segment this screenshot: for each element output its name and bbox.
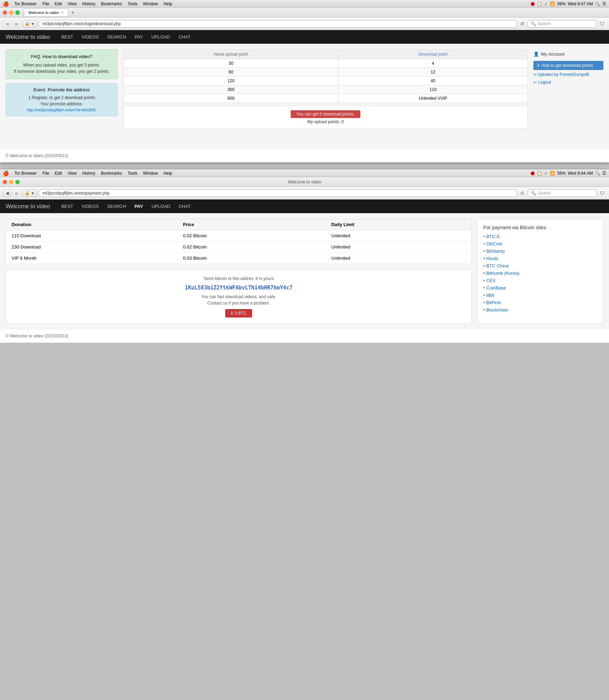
maximize-button2[interactable] <box>15 180 20 184</box>
site-nav1: Welcome to video BEST VIDEOS SEARCH PAY … <box>0 30 609 44</box>
nav2-pay[interactable]: PAY <box>130 202 147 210</box>
nav-search[interactable]: SEARCH <box>103 33 130 41</box>
event-title: Event. Promote the address <box>9 87 114 92</box>
nav-pay[interactable]: PAY <box>130 33 147 41</box>
back-button2[interactable]: ◀ <box>3 189 11 197</box>
uploaded-by-link[interactable]: ≡ Uploded by ForrestGump48 <box>533 72 603 77</box>
menu2-edit[interactable]: Edit <box>52 171 65 176</box>
check-icon2: ✓ <box>544 171 548 176</box>
lock-icon2: 🔒 <box>25 191 30 195</box>
menu-history[interactable]: History <box>79 1 98 6</box>
nav-chat[interactable]: CHAT <box>174 33 195 41</box>
search-bar[interactable]: 🔍 Search <box>527 20 597 28</box>
nav-videos[interactable]: VIDEOS <box>77 33 103 41</box>
menu2-window[interactable]: Window <box>140 171 161 176</box>
menu-file[interactable]: File <box>40 1 52 6</box>
price-cell: 0.02 Bitcoin <box>178 230 326 241</box>
apple-menu[interactable]: 🍎 <box>3 1 9 7</box>
lock-icon: 🔒 <box>25 21 30 26</box>
forward-button[interactable]: ▶ <box>13 20 21 28</box>
active-tab[interactable]: Welcome to video ✕ <box>24 8 68 17</box>
payment-site-link[interactable]: BitStamp <box>486 248 505 254</box>
payment-site-link[interactable]: BitFinix <box>486 300 501 305</box>
tab-close-button[interactable]: ✕ <box>61 10 64 14</box>
list-icon[interactable]: ☰ <box>602 1 606 6</box>
payment-site-link[interactable]: OKCoin <box>486 241 503 246</box>
nav2-search[interactable]: SEARCH <box>103 202 130 210</box>
nav2-chat[interactable]: CHAT <box>174 202 195 210</box>
nav-upload[interactable]: UPLOAD <box>147 33 174 41</box>
nav2-best[interactable]: BEST <box>57 202 77 210</box>
menu2-tools[interactable]: Tools <box>125 171 140 176</box>
event-box: Event. Promote the address 1 Register, t… <box>6 83 118 116</box>
payment-site-link[interactable]: BTC China <box>486 263 509 268</box>
url-bar[interactable]: mt3pirzdiyqf6jim.onion/togetdownload.php <box>39 20 517 28</box>
tor-vpn-icon2[interactable]: 🛡 <box>598 190 606 196</box>
nav2-videos[interactable]: VIDEOS <box>77 202 103 210</box>
event-link[interactable]: http://mt3pirzdiyqf6jim.onion?id=A01B9C <box>27 108 96 112</box>
close-button2[interactable] <box>3 180 7 184</box>
minimize-button[interactable] <box>9 10 13 15</box>
center-col1: Need upload point Download point 3046012… <box>123 49 528 143</box>
menu-bookmarks[interactable]: Bookmarks <box>98 1 125 6</box>
bullet-icon: • <box>483 300 485 305</box>
window2-title: Welcome to video <box>288 180 321 184</box>
payment-site-link[interactable]: Blockchain <box>486 307 508 313</box>
reload-button2[interactable]: ↺ <box>519 190 526 196</box>
url-bar2[interactable]: mt3pirzdiyqf6jim.onion/payment.php <box>39 189 517 197</box>
menu-view[interactable]: View <box>65 1 79 6</box>
menu-tools[interactable]: Tools <box>125 1 140 6</box>
tor-vpn-icon[interactable]: 🛡 <box>598 21 606 27</box>
need-cell: 120 <box>124 77 339 85</box>
footer1: © Welcome to video (2015/03/13) <box>0 149 609 162</box>
bullet-icon: • <box>483 285 485 290</box>
payment-site-item: •CoinBase <box>483 285 597 290</box>
payment-site-link[interactable]: BTC-E <box>486 234 500 239</box>
menu2-file[interactable]: File <box>40 171 52 176</box>
menu-edit[interactable]: Edit <box>52 1 65 6</box>
menu-window[interactable]: Window <box>140 1 161 6</box>
reload-button[interactable]: ↺ <box>519 21 526 27</box>
search-menu-icon[interactable]: 🔍 <box>595 1 600 6</box>
logout-link[interactable]: ↩ Logout <box>533 80 603 85</box>
close-button[interactable] <box>3 10 7 15</box>
search-menu-icon2[interactable]: 🔍 <box>595 171 600 176</box>
my-account-item[interactable]: 👤 My Account <box>533 49 603 59</box>
new-tab-button[interactable]: + <box>68 9 77 16</box>
payment-col-price: Price <box>178 219 326 230</box>
table-row: 12040 <box>124 77 528 85</box>
minimize-button2[interactable] <box>9 180 13 184</box>
payment-sites-title: For payment via Bitcoin sites: <box>483 225 597 230</box>
menu2-history[interactable]: History <box>79 171 98 176</box>
btc-button[interactable]: ₿ 0 BTC <box>225 309 252 317</box>
maximize-button[interactable] <box>15 10 20 15</box>
check-icon: ✓ <box>544 1 548 6</box>
payment-site-link[interactable]: CoinBase <box>486 285 506 290</box>
back-button[interactable]: ◀ <box>3 20 11 28</box>
payment-site-link[interactable]: ItBit <box>486 293 494 298</box>
apple-menu2[interactable]: 🍎 <box>3 170 9 176</box>
bitcoin-address[interactable]: 1KuL583biZ2YtkWFAbvLTNi4bHR7hmY4c7 <box>12 285 466 291</box>
faq-text1: When you upload video, you get 3 points. <box>10 62 113 68</box>
faq-box: FAQ. How to download video? When you upl… <box>6 49 118 79</box>
menu-tor-browser[interactable]: Tor Browser <box>12 1 40 6</box>
search-bar2[interactable]: 🔍 Search <box>527 189 597 197</box>
payment-site-link[interactable]: CEX <box>486 278 496 283</box>
forward-button2[interactable]: ▶ <box>13 189 21 197</box>
nav-best[interactable]: BEST <box>57 33 77 41</box>
nav2-upload[interactable]: UPLOAD <box>147 202 174 210</box>
menu2-view[interactable]: View <box>65 171 79 176</box>
limit-cell: Unlimited <box>326 230 471 241</box>
menu-help[interactable]: Help <box>161 1 175 6</box>
how-to-button[interactable]: ℹ How to get download points <box>533 61 603 70</box>
payment-site-link[interactable]: Houbi <box>486 256 498 261</box>
download-info: You can get 0 download points. My upload… <box>123 106 528 129</box>
menu2-tor-browser[interactable]: Tor Browser <box>12 171 40 176</box>
list-icon3[interactable]: ☰ <box>602 171 606 176</box>
payment-site-link[interactable]: Bithumb (Korea) <box>486 271 520 276</box>
titlebar2: Welcome to video <box>0 177 609 187</box>
menu2-bookmarks[interactable]: Bookmarks <box>98 171 125 176</box>
menu2-help[interactable]: Help <box>161 171 175 176</box>
payment-site-item: •BitFinix <box>483 300 597 305</box>
menubar2: 🍎 Tor Browser File Edit View History Boo… <box>0 169 609 177</box>
